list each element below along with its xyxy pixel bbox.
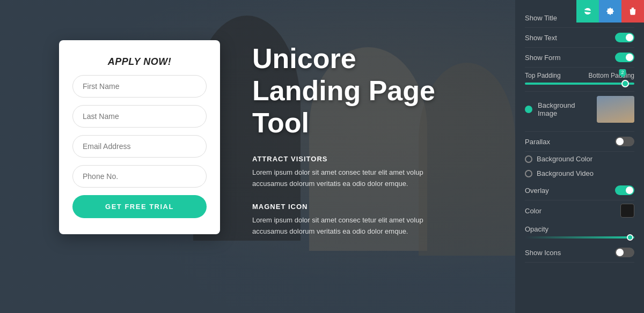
bg-image-label: Background Image: [538, 101, 591, 117]
show-text-label: Show Text: [525, 34, 557, 42]
trash-icon: [628, 6, 638, 16]
slider-badge: 2: [619, 69, 626, 76]
settings-panel: Show Title Show Text Show Form Top Paddi…: [515, 0, 644, 313]
settings-button[interactable]: [599, 0, 621, 23]
padding-slider-track[interactable]: 2: [525, 83, 634, 85]
hero-title: Unicore Landing Page Tool: [252, 43, 494, 139]
overlay-label: Overlay: [525, 187, 549, 195]
parallax-toggle[interactable]: [615, 137, 634, 146]
form-card: APPLY NOW! GET FREE TRIAL: [59, 40, 220, 234]
bg-color-row[interactable]: Background Color: [525, 152, 634, 166]
bg-video-label: Background Video: [537, 169, 594, 177]
bg-color-radio[interactable]: [525, 155, 532, 163]
opacity-slider-track[interactable]: [525, 236, 634, 239]
show-icons-row: Show Icons: [525, 243, 634, 263]
opacity-label: Opacity: [525, 225, 634, 233]
color-row: Color: [525, 200, 634, 221]
bg-color-label: Background Color: [537, 155, 592, 163]
bottom-padding-label: Bottom Padding: [589, 72, 634, 79]
bg-thumbnail[interactable]: [597, 96, 634, 123]
bg-image-row: Background Image: [525, 96, 634, 123]
background-image-section: Background Image: [525, 92, 634, 132]
parallax-row: Parallax: [525, 132, 634, 152]
page-container: APPLY NOW! GET FREE TRIAL Unicore Landin…: [0, 0, 644, 313]
show-icons-toggle[interactable]: [615, 248, 634, 257]
show-title-label: Show Title: [525, 14, 557, 22]
last-name-input[interactable]: [72, 105, 207, 128]
show-text-toggle[interactable]: [615, 33, 634, 42]
delete-button[interactable]: [621, 0, 644, 23]
phone-input[interactable]: [72, 165, 207, 188]
first-name-input[interactable]: [72, 75, 207, 98]
section2-text: Lorem ipsum dolor sit amet consec tetur …: [252, 215, 456, 237]
show-icons-label: Show Icons: [525, 249, 561, 257]
email-input[interactable]: [72, 135, 207, 158]
bg-dot-icon: [525, 106, 532, 113]
form-title: APPLY NOW!: [108, 56, 171, 68]
show-form-toggle[interactable]: [615, 53, 634, 62]
padding-slider-thumb[interactable]: 2: [621, 80, 629, 87]
bg-video-row[interactable]: Background Video: [525, 166, 634, 181]
opacity-section: Opacity: [525, 221, 634, 243]
bg-video-radio[interactable]: [525, 170, 532, 177]
sync-icon: [583, 6, 592, 16]
show-form-label: Show Form: [525, 54, 560, 62]
top-toolbar: [576, 0, 644, 23]
sync-button[interactable]: [576, 0, 599, 23]
top-padding-label: Top Padding: [525, 72, 561, 79]
show-text-row: Show Text: [525, 28, 634, 48]
color-label: Color: [525, 207, 541, 215]
section1-label: ATTRACT VISITORS: [252, 155, 494, 163]
opacity-slider-thumb[interactable]: [627, 234, 633, 241]
gear-icon: [605, 6, 615, 16]
overlay-toggle[interactable]: [615, 185, 634, 195]
submit-button[interactable]: GET FREE TRIAL: [72, 195, 207, 218]
show-form-row: Show Form: [525, 48, 634, 68]
section2-label: MAGNET ICON: [252, 203, 494, 211]
overlay-row: Overlay: [525, 181, 634, 200]
padding-section: Top Padding Bottom Padding 2: [525, 68, 634, 92]
hero-content: Unicore Landing Page Tool ATTRACT VISITO…: [220, 0, 515, 313]
parallax-label: Parallax: [525, 138, 550, 146]
section1-text: Lorem ipsum dolor sit amet consec tetur …: [252, 167, 456, 190]
svg-point-0: [609, 10, 612, 13]
color-swatch[interactable]: [620, 204, 634, 218]
